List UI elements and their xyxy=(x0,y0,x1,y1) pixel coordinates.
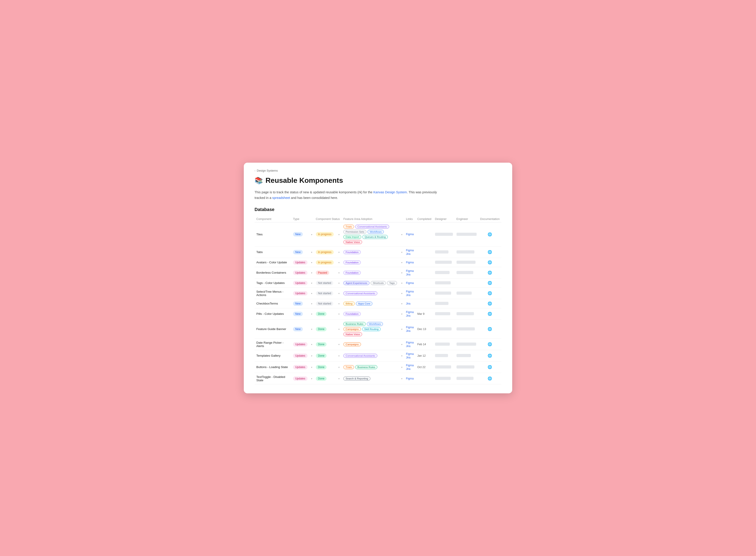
type-chevron[interactable]: ▾ xyxy=(309,373,314,384)
tag-item[interactable]: Workflows xyxy=(367,322,383,326)
chevron-down-icon[interactable]: ▾ xyxy=(401,355,402,357)
link-figma[interactable]: Figma xyxy=(406,377,414,380)
status-chevron[interactable]: ▾ xyxy=(337,246,341,258)
feature-chevron[interactable]: ▾ xyxy=(399,361,404,373)
status-badge[interactable]: Done xyxy=(316,342,327,347)
status-chevron[interactable]: ▾ xyxy=(337,350,341,361)
back-chevron-icon[interactable]: ‹ xyxy=(255,169,255,172)
type-badge[interactable]: Updates xyxy=(293,376,308,381)
tag-item[interactable]: Foundation xyxy=(343,271,361,275)
globe-icon[interactable]: 🌐 xyxy=(488,342,492,346)
status-badge[interactable]: Not started xyxy=(316,301,333,306)
chevron-down-icon[interactable]: ▾ xyxy=(401,303,402,305)
globe-icon[interactable]: 🌐 xyxy=(488,233,492,236)
tag-item[interactable]: Search & Reporting xyxy=(343,377,370,381)
type-chevron[interactable]: ▾ xyxy=(309,287,314,299)
link-jira[interactable]: Jira xyxy=(406,368,414,371)
status-chevron[interactable]: ▾ xyxy=(337,308,341,319)
tag-item[interactable]: Conversational Assistants xyxy=(343,354,377,358)
tag-item[interactable]: Foundation xyxy=(343,250,361,254)
tag-item[interactable]: Campaigns xyxy=(343,327,361,331)
chevron-down-icon[interactable]: ▾ xyxy=(338,328,339,331)
documentation-cell[interactable]: 🌐 xyxy=(478,339,501,350)
chevron-down-icon[interactable]: ▾ xyxy=(338,355,339,357)
chevron-down-icon[interactable]: ▾ xyxy=(401,282,402,284)
chevron-down-icon[interactable]: ▾ xyxy=(311,233,312,236)
link-figma[interactable]: Figma xyxy=(406,341,414,344)
chevron-down-icon[interactable]: ▾ xyxy=(338,377,339,380)
status-badge[interactable]: Done xyxy=(316,312,327,316)
tag-item[interactable]: Permission Sets xyxy=(343,230,366,234)
type-badge[interactable]: New xyxy=(293,232,303,237)
status-chevron[interactable]: ▾ xyxy=(337,287,341,299)
chevron-down-icon[interactable]: ▾ xyxy=(338,233,339,236)
feature-chevron[interactable]: ▾ xyxy=(399,222,404,246)
chevron-down-icon[interactable]: ▾ xyxy=(311,313,312,315)
type-badge[interactable]: Updates xyxy=(293,365,308,370)
type-chevron[interactable]: ▾ xyxy=(309,246,314,258)
chevron-down-icon[interactable]: ▾ xyxy=(338,282,339,284)
documentation-cell[interactable]: 🌐 xyxy=(478,299,501,308)
chevron-down-icon[interactable]: ▾ xyxy=(401,313,402,315)
globe-icon[interactable]: 🌐 xyxy=(488,365,492,369)
status-chevron[interactable]: ▾ xyxy=(337,339,341,350)
tag-item[interactable]: Trials xyxy=(343,224,354,229)
tag-item[interactable]: Conversational Assistants xyxy=(355,224,389,229)
feature-chevron[interactable]: ▾ xyxy=(399,339,404,350)
globe-icon[interactable]: 🌐 xyxy=(488,312,492,316)
tag-item[interactable]: Native Voice xyxy=(343,332,362,336)
feature-chevron[interactable]: ▾ xyxy=(399,308,404,319)
link-figma[interactable]: Figma xyxy=(406,326,414,329)
feature-chevron[interactable]: ▾ xyxy=(399,267,404,278)
documentation-cell[interactable]: 🌐 xyxy=(478,246,501,258)
chevron-down-icon[interactable]: ▾ xyxy=(338,272,339,274)
feature-chevron[interactable]: ▾ xyxy=(399,319,404,339)
link-figma[interactable]: Figma xyxy=(406,269,414,273)
type-badge[interactable]: New xyxy=(293,312,303,316)
type-chevron[interactable]: ▾ xyxy=(309,222,314,246)
chevron-down-icon[interactable]: ▾ xyxy=(311,292,312,295)
chevron-down-icon[interactable]: ▾ xyxy=(338,313,339,315)
status-badge[interactable]: Not started xyxy=(316,281,333,285)
documentation-cell[interactable]: 🌐 xyxy=(478,350,501,361)
link-figma[interactable]: Figma xyxy=(406,311,414,314)
chevron-down-icon[interactable]: ▾ xyxy=(338,292,339,295)
feature-chevron[interactable]: ▾ xyxy=(399,299,404,308)
link-jira[interactable]: Jira xyxy=(406,329,414,333)
feature-chevron[interactable]: ▾ xyxy=(399,258,404,267)
link-figma[interactable]: Figma xyxy=(406,281,414,285)
documentation-cell[interactable]: 🌐 xyxy=(478,222,501,246)
type-chevron[interactable]: ▾ xyxy=(309,361,314,373)
link-jira[interactable]: Jira xyxy=(406,293,414,297)
status-chevron[interactable]: ▾ xyxy=(337,222,341,246)
type-chevron[interactable]: ▾ xyxy=(309,267,314,278)
feature-chevron[interactable]: ▾ xyxy=(399,246,404,258)
link-figma[interactable]: Figma xyxy=(406,261,414,264)
type-chevron[interactable]: ▾ xyxy=(309,319,314,339)
type-badge[interactable]: New xyxy=(293,327,303,332)
tag-item[interactable]: Skill Routing xyxy=(362,327,381,331)
feature-chevron[interactable]: ▾ xyxy=(399,373,404,384)
tag-item[interactable]: Billing xyxy=(343,302,355,306)
tag-item[interactable]: Conversational Assistants xyxy=(343,291,377,296)
chevron-down-icon[interactable]: ▾ xyxy=(311,303,312,305)
status-chevron[interactable]: ▾ xyxy=(337,319,341,339)
chevron-down-icon[interactable]: ▾ xyxy=(401,233,402,236)
link-jira[interactable]: Jira xyxy=(406,314,414,317)
status-badge[interactable]: In progress xyxy=(316,250,334,254)
type-chevron[interactable]: ▾ xyxy=(309,339,314,350)
feature-chevron[interactable]: ▾ xyxy=(399,350,404,361)
link-jira[interactable]: Jira xyxy=(406,252,414,255)
chevron-down-icon[interactable]: ▾ xyxy=(401,251,402,253)
globe-icon[interactable]: 🌐 xyxy=(488,281,492,285)
status-badge[interactable]: Done xyxy=(316,353,327,358)
status-badge[interactable]: In progress xyxy=(316,232,334,237)
status-badge[interactable]: Done xyxy=(316,327,327,332)
chevron-down-icon[interactable]: ▾ xyxy=(311,282,312,284)
tag-item[interactable]: Apps Core xyxy=(356,302,372,306)
status-badge[interactable]: Paused xyxy=(316,271,329,275)
status-badge[interactable]: Done xyxy=(316,365,327,370)
status-badge[interactable]: In progress xyxy=(316,260,334,265)
tag-item[interactable]: Trials xyxy=(343,365,354,369)
type-chevron[interactable]: ▾ xyxy=(309,299,314,308)
